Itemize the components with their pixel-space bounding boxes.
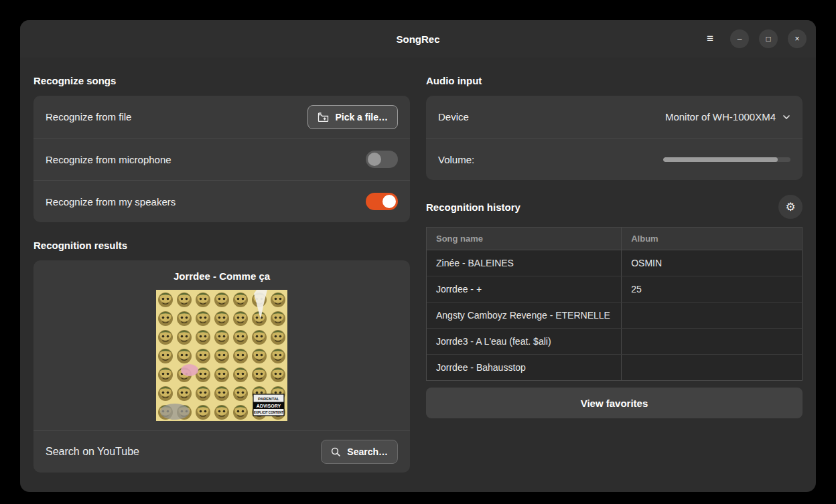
- close-button[interactable]: ×: [788, 29, 807, 48]
- volume-level-bar: [663, 157, 790, 162]
- column-header-album: Album: [622, 228, 802, 250]
- right-column: Audio input Device Monitor of WH-1000XM4…: [426, 67, 803, 492]
- pick-a-file-button[interactable]: Pick a file…: [307, 105, 398, 129]
- app-window: SongRec ≡ – □ × Recognize songs Recogniz…: [20, 20, 816, 492]
- svg-text:PARENTAL: PARENTAL: [258, 397, 279, 401]
- device-selected-value: Monitor of WH-1000XM4: [665, 111, 776, 122]
- recognition-history-heading: Recognition history: [426, 201, 520, 213]
- toggle-knob: [368, 153, 381, 166]
- svg-text:EXPLICIT CONTENT: EXPLICIT CONTENT: [254, 411, 283, 414]
- recognize-card: Recognize from file Pick a file… Recogni…: [33, 96, 410, 222]
- window-title: SongRec: [396, 33, 439, 45]
- album-cell: [622, 355, 802, 380]
- song-cell: Jorrdee - +: [427, 276, 622, 302]
- maximize-button[interactable]: □: [759, 29, 778, 48]
- recognize-from-microphone-label: Recognize from microphone: [46, 154, 171, 165]
- recognition-results-card: Jorrdee - Comme ça: [33, 260, 410, 473]
- window-controls: ≡ – □ ×: [700, 20, 807, 58]
- album-cell: [622, 329, 802, 354]
- volume-row: Volume:: [426, 138, 803, 180]
- album-art: PARENTAL ADVISORY EXPLICIT CONTENT: [156, 290, 287, 421]
- table-row[interactable]: Jorrdee - Bahausstop: [427, 354, 802, 380]
- speakers-toggle[interactable]: [366, 193, 398, 210]
- album-cell: 25: [622, 276, 802, 302]
- pick-a-file-label: Pick a file…: [335, 112, 388, 122]
- table-row[interactable]: Jorrde3 - A L'eau (feat. $ali): [427, 328, 802, 354]
- table-row[interactable]: Zinée - BALEINES OSMIN: [427, 250, 802, 276]
- history-table-header: Song name Album: [427, 228, 802, 250]
- minimize-icon: –: [738, 35, 742, 43]
- table-row[interactable]: Jorrdee - + 25: [427, 276, 802, 302]
- column-header-song-name: Song name: [427, 228, 622, 250]
- song-cell: Angsty Camboyz Revenge - ETERNELLE: [427, 303, 622, 328]
- view-favorites-button[interactable]: View favorites: [426, 388, 803, 418]
- recognize-from-file-label: Recognize from file: [46, 111, 131, 122]
- recognize-songs-heading: Recognize songs: [33, 75, 410, 86]
- toggle-knob: [382, 195, 396, 208]
- close-icon: ×: [794, 35, 799, 43]
- headerbar: SongRec ≡ – □ ×: [20, 20, 816, 58]
- youtube-search-label: Search…: [347, 446, 388, 457]
- recognize-from-speakers-row: Recognize from my speakers: [33, 180, 410, 222]
- microphone-toggle[interactable]: [366, 151, 398, 168]
- recognize-from-microphone-row: Recognize from microphone: [33, 138, 410, 180]
- audio-input-card: Device Monitor of WH-1000XM4 Volume:: [426, 96, 803, 180]
- device-dropdown[interactable]: Device Monitor of WH-1000XM4: [426, 96, 803, 138]
- svg-text:ADVISORY: ADVISORY: [257, 404, 281, 408]
- recognize-from-file-row: Recognize from file Pick a file…: [33, 96, 410, 138]
- song-cell: Jorrdee - Bahausstop: [427, 355, 622, 380]
- song-cell: Zinée - BALEINES: [427, 250, 622, 276]
- audio-input-heading: Audio input: [426, 75, 803, 86]
- window-content: Recognize songs Recognize from file Pick…: [20, 58, 816, 492]
- folder-plus-icon: [318, 112, 329, 122]
- song-cell: Jorrde3 - A L'eau (feat. $ali): [427, 329, 622, 354]
- recognize-from-speakers-label: Recognize from my speakers: [46, 196, 176, 207]
- gear-icon: ⚙: [785, 200, 795, 214]
- search-icon: [331, 447, 341, 457]
- recognized-song-title: Jorrdee - Comme ça: [33, 260, 410, 290]
- pink-blob: [181, 364, 198, 376]
- parental-advisory-label: PARENTAL ADVISORY EXPLICIT CONTENT: [253, 394, 284, 416]
- volume-label: Volume:: [438, 154, 474, 165]
- album-cell: OSMIN: [622, 250, 802, 276]
- search-on-youtube-row: Search on YouTube Search…: [33, 430, 410, 473]
- album-cell: [622, 303, 802, 328]
- history-settings-button[interactable]: ⚙: [778, 195, 803, 219]
- device-label: Device: [438, 111, 469, 122]
- minimize-button[interactable]: –: [730, 29, 749, 48]
- maximize-icon: □: [766, 35, 770, 43]
- chevron-down-icon: [782, 114, 790, 120]
- volume-level-fill: [663, 157, 778, 162]
- recognition-results-heading: Recognition results: [33, 240, 410, 251]
- history-table: Song name Album Zinée - BALEINES OSMIN J…: [426, 227, 803, 381]
- gray-blob: [160, 404, 190, 420]
- youtube-search-button[interactable]: Search…: [321, 440, 398, 464]
- hamburger-menu-icon: ≡: [707, 32, 713, 46]
- menu-button[interactable]: ≡: [700, 29, 720, 49]
- search-on-youtube-label: Search on YouTube: [46, 446, 139, 458]
- table-row[interactable]: Angsty Camboyz Revenge - ETERNELLE: [427, 302, 802, 328]
- left-column: Recognize songs Recognize from file Pick…: [33, 67, 410, 492]
